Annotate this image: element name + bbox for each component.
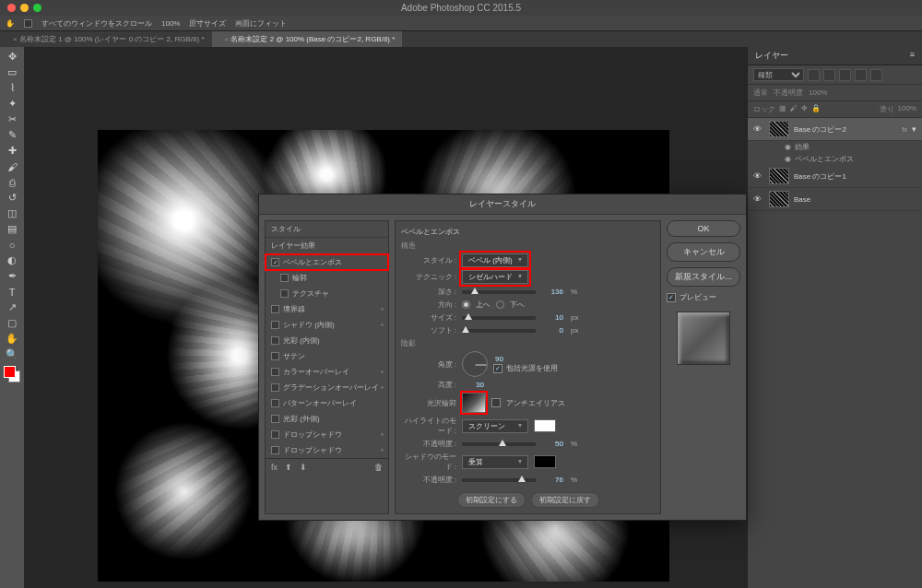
fill-value[interactable]: 100% bbox=[898, 104, 916, 114]
angle-dial[interactable] bbox=[462, 351, 488, 377]
effect-bevel-emboss[interactable]: ✓ベベルとエンボス bbox=[266, 254, 388, 270]
filter-pixel-icon[interactable] bbox=[808, 69, 820, 81]
layer-thumb[interactable] bbox=[769, 168, 789, 184]
gradient-tool[interactable]: ▤ bbox=[2, 221, 22, 237]
effect-drop-shadow-2[interactable]: ドロップシャドウ+ bbox=[266, 442, 388, 458]
effect-drop-shadow[interactable]: ドロップシャドウ+ bbox=[266, 427, 388, 442]
trash-icon[interactable]: 🗑 bbox=[374, 463, 383, 472]
lock-transparent-icon[interactable]: ▦ bbox=[779, 104, 786, 114]
filter-adjust-icon[interactable] bbox=[823, 69, 835, 81]
blending-options[interactable]: レイヤー効果 bbox=[266, 238, 388, 254]
zoom-value[interactable]: 100% bbox=[161, 19, 180, 28]
opacity-value[interactable]: 100% bbox=[809, 88, 827, 97]
effect-gradient-overlay[interactable]: グラデーションオーバーレイ+ bbox=[266, 380, 388, 395]
layer-row[interactable]: 👁 Base のコピー2 fx ▾ bbox=[748, 118, 922, 141]
layer-filter-kind[interactable]: 種類 bbox=[753, 68, 804, 81]
chevron-down-icon[interactable]: ▾ bbox=[912, 124, 916, 134]
lock-position-icon[interactable]: ✥ bbox=[801, 104, 808, 114]
close-window[interactable] bbox=[7, 4, 16, 12]
visibility-icon[interactable]: 👁 bbox=[753, 124, 764, 134]
direction-down-radio[interactable] bbox=[496, 300, 504, 309]
shadow-mode-select[interactable]: 乗算 bbox=[462, 455, 528, 469]
add-icon[interactable]: + bbox=[380, 321, 384, 329]
blur-tool[interactable]: ○ bbox=[2, 237, 22, 253]
layer-name[interactable]: Base bbox=[794, 195, 916, 204]
marquee-tool[interactable]: ▭ bbox=[2, 65, 22, 80]
document-tab-2[interactable]: × 名称未設定 2 @ 100% (Base のコピー2, RGB/8) * bbox=[212, 31, 403, 47]
layers-panel-tab[interactable]: レイヤー bbox=[755, 50, 788, 62]
brush-tool[interactable]: 🖌 bbox=[2, 159, 22, 174]
add-icon[interactable]: + bbox=[380, 305, 384, 313]
effect-pattern-overlay[interactable]: パターンオーバーレイ bbox=[266, 395, 388, 411]
fx-badge[interactable]: fx bbox=[903, 126, 907, 133]
new-style-button[interactable]: 新規スタイル... bbox=[667, 267, 740, 287]
angle-value[interactable]: 90 bbox=[493, 355, 505, 363]
pen-tool[interactable]: ✒ bbox=[2, 268, 22, 284]
crop-tool[interactable]: ✂ bbox=[2, 112, 22, 127]
depth-value[interactable]: 136 bbox=[541, 288, 565, 296]
layer-row[interactable]: 👁 Base bbox=[748, 188, 922, 211]
highlight-opacity-value[interactable]: 50 bbox=[541, 440, 565, 448]
altitude-value[interactable]: 30 bbox=[462, 381, 486, 389]
layer-name[interactable]: Base のコピー2 bbox=[794, 124, 898, 135]
add-icon[interactable]: + bbox=[380, 430, 384, 439]
document-tab-1[interactable]: × 名称未設定 1 @ 100% (レイヤー 0 のコピー 2, RGB/8) … bbox=[0, 31, 212, 47]
blend-mode-select[interactable]: 通常 bbox=[753, 88, 768, 98]
type-tool[interactable]: T bbox=[2, 284, 22, 300]
heal-tool[interactable]: ✚ bbox=[2, 143, 22, 159]
wand-tool[interactable]: ✦ bbox=[2, 96, 22, 112]
effect-texture[interactable]: テクスチャ bbox=[266, 286, 388, 301]
shape-tool[interactable]: ▢ bbox=[2, 315, 22, 331]
style-select[interactable]: ベベル (内側) bbox=[462, 253, 528, 267]
effect-satin[interactable]: サテン bbox=[266, 348, 388, 364]
zoom-window[interactable] bbox=[33, 4, 41, 12]
layer-thumb[interactable] bbox=[769, 191, 789, 207]
history-brush-tool[interactable]: ↺ bbox=[2, 190, 22, 206]
gloss-contour-picker[interactable] bbox=[462, 393, 486, 413]
effect-stroke[interactable]: 境界線+ bbox=[266, 301, 388, 317]
lock-all-icon[interactable]: 🔒 bbox=[811, 104, 821, 114]
ok-button[interactable]: OK bbox=[667, 220, 740, 237]
size-slider[interactable] bbox=[462, 316, 536, 320]
layer-thumb[interactable] bbox=[769, 121, 789, 137]
up-icon[interactable]: ⬆ bbox=[285, 463, 292, 472]
depth-slider[interactable] bbox=[462, 290, 536, 294]
add-icon[interactable]: + bbox=[380, 383, 384, 392]
effect-inner-shadow[interactable]: シャドウ (内側)+ bbox=[266, 317, 388, 333]
filter-type-icon[interactable] bbox=[839, 69, 851, 81]
reset-default-button[interactable]: 初期設定に戻す bbox=[531, 492, 599, 508]
size-value[interactable]: 10 bbox=[541, 313, 565, 322]
antialias-checkbox[interactable] bbox=[491, 398, 501, 407]
close-icon[interactable]: × bbox=[225, 35, 230, 43]
effects-header[interactable]: ◉効果 bbox=[748, 141, 922, 153]
fit-screen-button[interactable]: 画面にフィット bbox=[235, 18, 287, 29]
filter-shape-icon[interactable] bbox=[855, 69, 867, 81]
global-light-checkbox[interactable] bbox=[493, 364, 502, 373]
highlight-opacity-slider[interactable] bbox=[462, 442, 536, 446]
visibility-icon[interactable]: 👁 bbox=[753, 194, 764, 204]
lock-pixel-icon[interactable]: 🖌 bbox=[790, 104, 798, 114]
highlight-mode-select[interactable]: スクリーン bbox=[462, 419, 528, 433]
shadow-color-swatch[interactable] bbox=[534, 455, 556, 468]
effect-contour[interactable]: 輪郭 bbox=[266, 270, 388, 286]
minimize-window[interactable] bbox=[20, 4, 29, 12]
hand-tool[interactable]: ✋ bbox=[2, 331, 22, 347]
zoom-tool[interactable]: 🔍 bbox=[2, 347, 22, 362]
panel-menu-icon[interactable]: ≡ bbox=[910, 50, 915, 62]
effect-outer-glow[interactable]: 光彩 (外側) bbox=[266, 411, 388, 427]
preview-checkbox[interactable] bbox=[667, 293, 676, 302]
path-tool[interactable]: ↗ bbox=[2, 300, 22, 315]
layer-row[interactable]: 👁 Base のコピー1 bbox=[748, 165, 922, 188]
layer-name[interactable]: Base のコピー1 bbox=[794, 171, 916, 182]
add-icon[interactable]: + bbox=[380, 446, 384, 454]
soften-slider[interactable] bbox=[462, 329, 536, 333]
dodge-tool[interactable]: ◐ bbox=[2, 253, 22, 268]
styles-header[interactable]: スタイル bbox=[266, 221, 388, 238]
effect-bevel-row[interactable]: ◉ベベルとエンボス bbox=[748, 153, 922, 165]
color-swatch[interactable] bbox=[4, 366, 20, 382]
down-icon[interactable]: ⬇ bbox=[300, 463, 307, 472]
effect-color-overlay[interactable]: カラーオーバーレイ+ bbox=[266, 364, 388, 380]
shadow-opacity-slider[interactable] bbox=[462, 478, 536, 482]
lasso-tool[interactable]: ⌇ bbox=[2, 80, 22, 96]
cancel-button[interactable]: キャンセル bbox=[667, 242, 740, 262]
